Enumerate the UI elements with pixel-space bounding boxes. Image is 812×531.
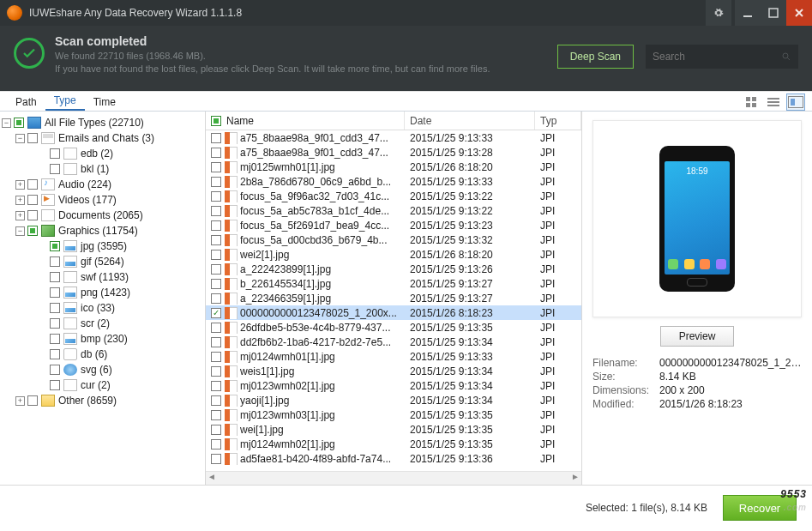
file-checkbox[interactable] [211, 133, 221, 143]
file-checkbox[interactable] [211, 439, 221, 450]
file-row[interactable]: wei2[1].jpg2015/1/26 8:18:20JPI [206, 247, 581, 262]
expand-toggle[interactable]: + [15, 180, 25, 190]
tree-cur[interactable]: cur (2) [81, 379, 111, 391]
preview-button[interactable]: Preview [660, 326, 734, 347]
file-checkbox[interactable] [211, 279, 221, 289]
tree-bkl[interactable]: bkl (1) [81, 163, 109, 175]
tree-db[interactable]: db (6) [81, 348, 107, 360]
tree-emails[interactable]: Emails and Chats (3) [58, 132, 154, 144]
expand-toggle[interactable]: + [15, 396, 25, 406]
file-checkbox[interactable] [211, 366, 221, 377]
file-row[interactable]: 2b8a_786d6780_06c9_a6bd_b...2015/1/25 9:… [206, 174, 581, 189]
deep-scan-button[interactable]: Deep Scan [557, 45, 634, 69]
file-checkbox[interactable] [211, 264, 221, 275]
checkbox[interactable] [50, 303, 60, 313]
file-checkbox[interactable] [211, 206, 221, 216]
tree-audio[interactable]: Audio (224) [58, 178, 111, 190]
expand-toggle[interactable]: + [15, 211, 25, 220]
horizontal-scrollbar[interactable] [206, 471, 581, 485]
recover-button[interactable]: Recover [723, 495, 797, 521]
checkbox[interactable] [50, 287, 60, 298]
maximize-button[interactable] [761, 0, 786, 26]
file-row[interactable]: mj0124wmh01[1].jpg2015/1/25 9:13:33JPI [206, 349, 581, 364]
checkbox[interactable] [50, 365, 60, 375]
tree-png[interactable]: png (1423) [81, 287, 130, 299]
tree-root[interactable]: All File Types (22710) [45, 117, 144, 129]
file-checkbox[interactable] [211, 293, 221, 304]
file-row[interactable]: mj0123wmh03[1].jpg2015/1/25 9:13:35JPI [206, 407, 581, 422]
checkbox[interactable] [27, 195, 38, 205]
checkbox[interactable] [50, 256, 60, 267]
checkbox[interactable] [50, 349, 60, 359]
file-type-tree[interactable]: −All File Types (22710) −Emails and Chat… [0, 112, 206, 485]
checkbox[interactable] [14, 118, 24, 128]
checkbox[interactable] [27, 226, 38, 236]
file-checkbox[interactable] [211, 162, 221, 172]
file-row[interactable]: mj0125wmh01[1].jpg2015/1/26 8:18:20JPI [206, 160, 581, 174]
tree-videos[interactable]: Videos (177) [58, 194, 117, 206]
file-row[interactable]: dd2fb6b2-1ba6-4217-b2d2-7e5...2015/1/25 … [206, 335, 581, 349]
checkbox[interactable] [27, 179, 38, 190]
tree-edb[interactable]: edb (2) [81, 148, 113, 160]
file-row[interactable]: a_223466359[1].jpg2015/1/25 9:13:27JPI [206, 291, 581, 305]
file-checkbox[interactable] [211, 148, 221, 158]
file-checkbox[interactable] [211, 323, 221, 333]
file-checkbox[interactable] [211, 250, 221, 260]
file-checkbox[interactable] [211, 191, 221, 202]
expand-toggle[interactable]: − [15, 226, 25, 236]
tree-graphics[interactable]: Graphics (11754) [58, 225, 138, 237]
file-list[interactable]: a75_8baae98a_9f01_cdd3_47...2015/1/25 9:… [206, 130, 581, 471]
expand-toggle[interactable]: + [15, 196, 25, 205]
file-checkbox[interactable] [211, 425, 221, 435]
tree-documents[interactable]: Documents (2065) [58, 209, 143, 221]
file-row[interactable]: b_226145534[1].jpg2015/1/25 9:13:27JPI [206, 276, 581, 291]
file-row[interactable]: focus_5a_ab5c783a_b1cf_4de...2015/1/25 9… [206, 203, 581, 218]
file-row[interactable]: focus_5a_9f96ac32_7d03_41c...2015/1/25 9… [206, 189, 581, 203]
checkbox[interactable] [50, 318, 60, 329]
file-row[interactable]: 26dfdbe5-b53e-4c4b-8779-437...2015/1/25 … [206, 320, 581, 335]
view-list-button[interactable] [764, 94, 783, 111]
search-input[interactable] [653, 51, 781, 63]
view-details-button[interactable] [786, 94, 805, 111]
file-checkbox[interactable] [211, 352, 221, 362]
file-row[interactable]: ad5fae81-b420-4f89-abfd-7a74...2015/1/25… [206, 451, 581, 466]
tree-scr[interactable]: scr (2) [81, 317, 110, 329]
tab-path[interactable]: Path [7, 93, 45, 111]
checkbox[interactable] [50, 148, 60, 159]
file-row[interactable]: a_222423899[1].jpg2015/1/25 9:13:26JPI [206, 262, 581, 276]
file-checkbox[interactable]: ✓ [211, 308, 221, 318]
file-checkbox[interactable] [211, 395, 221, 406]
close-button[interactable] [786, 0, 812, 26]
column-type[interactable]: Typ [535, 112, 581, 130]
expand-toggle[interactable]: − [15, 134, 25, 143]
tree-svg[interactable]: svg (6) [81, 364, 112, 376]
tree-gif[interactable]: gif (5264) [81, 256, 124, 268]
tree-other[interactable]: Other (8659) [58, 395, 117, 407]
file-checkbox[interactable] [211, 381, 221, 391]
file-checkbox[interactable] [211, 220, 221, 231]
file-checkbox[interactable] [211, 337, 221, 347]
column-date[interactable]: Date [405, 112, 535, 130]
select-all-checkbox[interactable] [211, 116, 221, 126]
file-row[interactable]: ✓0000000000123478025_1_200x...2015/1/26 … [206, 305, 581, 320]
file-row[interactable]: mj0124wmh02[1].jpg2015/1/25 9:13:35JPI [206, 437, 581, 451]
view-thumbnails-button[interactable] [742, 94, 761, 111]
search-box[interactable] [646, 45, 798, 69]
file-row[interactable]: a75_8baae98a_9f01_cdd3_47...2015/1/25 9:… [206, 130, 581, 145]
checkbox[interactable] [50, 241, 60, 251]
expand-toggle[interactable]: − [2, 118, 11, 128]
tab-type[interactable]: Type [45, 91, 85, 111]
file-row[interactable]: yaoji[1].jpg2015/1/25 9:13:34JPI [206, 393, 581, 407]
tree-swf[interactable]: swf (1193) [81, 271, 129, 283]
file-row[interactable]: focus_5a_d00cbd36_b679_4b...2015/1/25 9:… [206, 232, 581, 247]
file-row[interactable]: focus_5a_5f2691d7_bea9_4cc...2015/1/25 9… [206, 218, 581, 232]
file-checkbox[interactable] [211, 177, 221, 187]
checkbox[interactable] [27, 133, 38, 143]
minimize-button[interactable] [735, 0, 761, 26]
file-checkbox[interactable] [211, 235, 221, 245]
checkbox[interactable] [27, 395, 38, 406]
file-row[interactable]: mj0123wmh02[1].jpg2015/1/25 9:13:34JPI [206, 378, 581, 393]
file-checkbox[interactable] [211, 410, 221, 420]
tree-jpg[interactable]: jpg (3595) [81, 240, 127, 252]
column-name[interactable]: Name [206, 112, 405, 130]
